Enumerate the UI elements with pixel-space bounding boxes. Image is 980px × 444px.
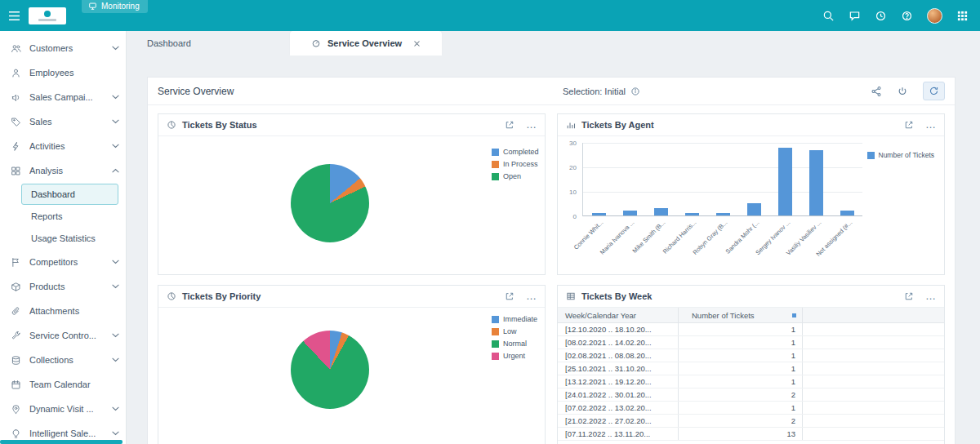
overflow-menu-icon[interactable]: … xyxy=(526,121,537,129)
tile-status-title: Tickets By Status xyxy=(182,120,257,130)
sidebar-scrollbar[interactable] xyxy=(0,440,122,444)
tile-agent-body: 0102030 Connie Whit...Maria Ivanova ...M… xyxy=(558,136,944,274)
bar-rect xyxy=(623,211,637,215)
sidebar-subitem-reports[interactable]: Reports xyxy=(21,206,118,227)
sidebar-item-attachments[interactable]: Attachments xyxy=(0,299,126,323)
y-tick-label: 20 xyxy=(569,164,577,171)
overflow-menu-icon[interactable]: … xyxy=(925,292,936,300)
priority-pie-chart[interactable] xyxy=(291,331,369,409)
column-header-week[interactable]: Week/Calendar Year xyxy=(558,308,679,322)
table-row[interactable]: [25.10.2021 .. 31.10.20...1 xyxy=(558,362,944,375)
table-row[interactable]: [07.11.2022 .. 13.11.20...13 xyxy=(558,428,944,441)
legend-label: Completed xyxy=(503,148,539,156)
open-in-new-icon[interactable] xyxy=(904,291,914,301)
sidebar-item-label: Customers xyxy=(29,43,105,53)
help-icon[interactable] xyxy=(901,10,913,22)
chevron-down-icon xyxy=(112,144,119,149)
table-row[interactable]: [21.02.2022 .. 27.02.20...2 xyxy=(558,415,944,428)
legend-item-number-of-tickets: Number of Tickets xyxy=(867,151,935,159)
sidebar-subitem-label: Dashboard xyxy=(31,189,75,199)
tile-status-body: CompletedIn ProcessOpen xyxy=(158,136,545,274)
sidebar-item-employees[interactable]: Employees xyxy=(0,60,126,85)
sidebar-item-analysis[interactable]: Analysis xyxy=(0,158,126,183)
share-icon[interactable] xyxy=(871,86,882,97)
topbar-actions xyxy=(822,8,969,24)
selection-control[interactable]: Selection: Initial xyxy=(563,87,640,96)
apps-grid-icon[interactable] xyxy=(956,10,969,22)
sidebar-item-competitors[interactable]: Competitors xyxy=(0,250,126,274)
sidebar-item-team-calendar[interactable]: Team Calendar xyxy=(0,372,126,397)
history-icon[interactable] xyxy=(875,10,887,22)
gauge-icon xyxy=(311,38,321,48)
refresh-button[interactable] xyxy=(923,82,945,100)
sidebar-item-label: Collections xyxy=(29,355,105,365)
bar-rect xyxy=(716,213,730,215)
search-icon[interactable] xyxy=(822,10,835,22)
sidebar-item-collections[interactable]: Collections xyxy=(0,348,126,372)
table-row[interactable]: [07.02.2022 .. 13.02.20...1 xyxy=(558,402,944,415)
bar-not-assigned[interactable] xyxy=(831,143,862,215)
bar-vasiliy-vasiliev[interactable] xyxy=(800,143,831,215)
sidebar-nav: CustomersEmployeesSales Campai...SalesAc… xyxy=(0,36,126,444)
tile-tickets-by-week: Tickets By Week … xyxy=(557,285,945,444)
cell-count: 1 xyxy=(679,402,803,414)
open-in-new-icon[interactable] xyxy=(505,120,514,130)
close-tab-icon[interactable] xyxy=(413,40,421,47)
chevron-down-icon xyxy=(112,357,119,362)
sidebar-subitem-dashboard[interactable]: Dashboard xyxy=(21,184,118,205)
sidebar-item-products[interactable]: Products xyxy=(0,274,126,299)
competitors-icon xyxy=(11,257,22,268)
info-icon[interactable] xyxy=(630,87,640,96)
tab-service-overview[interactable]: Service Overview xyxy=(290,31,442,56)
open-in-new-icon[interactable] xyxy=(505,291,514,301)
overflow-menu-icon[interactable]: … xyxy=(526,292,537,300)
legend-swatch xyxy=(492,149,499,156)
legend-swatch xyxy=(867,152,875,159)
bar-sergey-ivanov[interactable] xyxy=(769,143,800,215)
sidebar-item-service-contro[interactable]: Service Contro... xyxy=(0,323,126,348)
table-row[interactable]: [08.02.2021 .. 14.02.20...1 xyxy=(558,336,944,349)
power-icon[interactable] xyxy=(897,86,908,97)
status-pie-chart[interactable] xyxy=(291,164,369,242)
tile-week-body: Week/Calendar Year Number of Tickets [12… xyxy=(558,308,944,444)
sidebar-item-activities[interactable]: Activities xyxy=(0,134,126,158)
overflow-menu-icon[interactable]: … xyxy=(925,121,936,129)
sidebar-item-customers[interactable]: Customers xyxy=(0,36,126,60)
tab-dashboard[interactable]: Dashboard xyxy=(127,31,290,56)
sidebar-item-dynamic-visit[interactable]: Dynamic Visit ... xyxy=(0,397,126,421)
bar-rect xyxy=(778,148,792,215)
bar-rect xyxy=(654,208,668,215)
table-row[interactable]: [12.10.2020 .. 18.10.20...1 xyxy=(558,323,944,336)
user-avatar[interactable] xyxy=(927,8,942,24)
table-row[interactable]: [02.08.2021 .. 08.08.20...1 xyxy=(558,349,944,362)
sidebar-item-sales[interactable]: Sales xyxy=(0,109,126,134)
cell-count: 2 xyxy=(679,415,803,427)
bar-connie-whit[interactable] xyxy=(583,143,614,215)
hamburger-menu-icon[interactable] xyxy=(8,11,20,21)
bar-robyn-gray-b[interactable] xyxy=(707,143,738,215)
bar-sandra-mohr[interactable] xyxy=(738,143,769,215)
sidebar-item-label: Dynamic Visit ... xyxy=(29,404,105,414)
bar-maria-ivanova[interactable] xyxy=(614,143,645,215)
brand-logo[interactable] xyxy=(29,7,66,24)
legend-label: Normal xyxy=(503,340,527,348)
table-row[interactable]: [13.12.2021 .. 19.12.20...1 xyxy=(558,375,944,388)
tile-tickets-by-agent: Tickets By Agent … 01020 xyxy=(557,113,945,275)
table-row[interactable]: [24.01.2022 .. 30.01.20...2 xyxy=(558,388,944,402)
open-in-new-icon[interactable] xyxy=(904,120,914,130)
service-icon xyxy=(11,331,22,341)
tile-agent-title: Tickets By Agent xyxy=(581,120,654,130)
column-header-count[interactable]: Number of Tickets xyxy=(679,308,803,322)
cell-count: 1 xyxy=(679,336,803,349)
monitoring-tab[interactable]: Monitoring xyxy=(82,0,148,13)
sales-icon xyxy=(11,117,22,127)
collections-icon xyxy=(11,355,22,366)
bar-richard-harris[interactable] xyxy=(676,143,707,215)
cell-week: [08.02.2021 .. 14.02.20... xyxy=(558,336,679,349)
feed-chat-icon[interactable] xyxy=(849,10,861,22)
cell-empty xyxy=(803,388,944,401)
tile-priority-body: ImmediateLowNormalUrgent xyxy=(158,308,545,444)
sidebar-item-sales-campai[interactable]: Sales Campai... xyxy=(0,85,126,109)
bar-mike-smith-b[interactable] xyxy=(645,143,676,215)
sidebar-subitem-usage-statistics[interactable]: Usage Statistics xyxy=(21,228,118,249)
